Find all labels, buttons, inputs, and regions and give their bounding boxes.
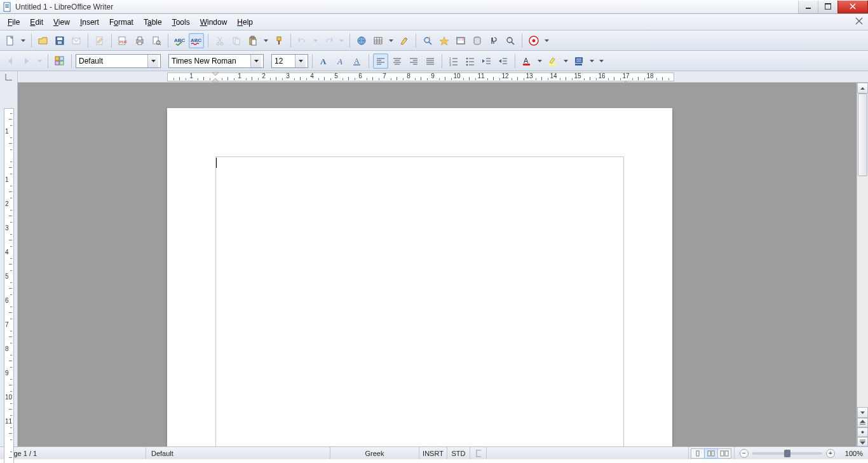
status-insert-mode[interactable]: INSRT: [419, 447, 447, 459]
document-area[interactable]: [18, 83, 857, 446]
export-pdf-button[interactable]: PDF: [116, 33, 131, 48]
styles-window-button[interactable]: [52, 53, 67, 69]
status-page-style[interactable]: Default: [146, 447, 330, 459]
menu-format[interactable]: Format: [104, 16, 139, 29]
highlight-color-dropdown[interactable]: [562, 53, 570, 69]
menu-window[interactable]: Window: [195, 16, 233, 29]
spelling-button[interactable]: ABC: [172, 33, 187, 48]
edit-file-button[interactable]: [92, 33, 107, 48]
print-button[interactable]: [132, 33, 147, 48]
align-center-button[interactable]: [390, 53, 405, 69]
undo-button[interactable]: [295, 33, 310, 48]
open-document-button[interactable]: [36, 33, 51, 48]
status-signature[interactable]: [470, 447, 487, 459]
data-sources-button[interactable]: [470, 33, 485, 48]
nav-forward-button[interactable]: [19, 53, 34, 69]
zoom-in-button[interactable]: +: [826, 449, 835, 458]
menu-insert[interactable]: Insert: [75, 16, 104, 29]
scroll-down-button[interactable]: [857, 407, 868, 418]
redo-button[interactable]: [321, 33, 336, 48]
font-name-dropdown-icon[interactable]: [250, 55, 261, 67]
font-size-input[interactable]: [272, 55, 295, 67]
menu-table[interactable]: Table: [139, 16, 167, 29]
menu-view[interactable]: View: [48, 16, 75, 29]
next-page-button[interactable]: [857, 437, 868, 446]
font-color-dropdown[interactable]: [536, 53, 544, 69]
cut-button[interactable]: [212, 33, 227, 48]
paragraph-background-button[interactable]: [571, 53, 587, 69]
menu-file[interactable]: File: [3, 16, 25, 29]
underline-button[interactable]: A: [349, 53, 365, 69]
ruler-corner[interactable]: [0, 71, 18, 83]
zoom-percent[interactable]: 100%: [840, 447, 868, 459]
email-document-button[interactable]: [69, 33, 84, 48]
align-right-button[interactable]: [406, 53, 421, 69]
view-book-button[interactable]: [717, 448, 731, 459]
font-size-dropdown-icon[interactable]: [295, 55, 306, 67]
auto-spellcheck-button[interactable]: ABC: [189, 33, 204, 48]
navigation-button[interactable]: [857, 427, 868, 437]
bold-button[interactable]: A: [316, 53, 332, 69]
paste-button[interactable]: [245, 33, 261, 48]
help-dropdown[interactable]: [543, 33, 551, 48]
font-name-input[interactable]: [169, 55, 250, 67]
paragraph-style-combo[interactable]: [76, 54, 161, 68]
align-left-button[interactable]: [373, 53, 388, 69]
paragraph-style-input[interactable]: [76, 55, 147, 67]
format-paintbrush-button[interactable]: [271, 33, 287, 48]
scroll-up-button[interactable]: [857, 83, 868, 93]
scroll-thumb[interactable]: [858, 93, 867, 176]
font-name-combo[interactable]: [168, 54, 264, 68]
increase-indent-button[interactable]: [496, 53, 511, 69]
paragraph-style-dropdown-icon[interactable]: [147, 55, 158, 67]
nonprinting-chars-button[interactable]: [486, 33, 501, 48]
decrease-indent-button[interactable]: [479, 53, 494, 69]
status-selection-mode[interactable]: STD: [447, 447, 470, 459]
italic-button[interactable]: A: [333, 53, 348, 69]
paragraph-background-dropdown[interactable]: [588, 53, 596, 69]
view-single-page-button[interactable]: [691, 448, 705, 459]
bulleted-list-button[interactable]: [463, 53, 478, 69]
view-multi-page-button[interactable]: [704, 448, 718, 459]
new-document-button[interactable]: [3, 33, 18, 48]
new-document-dropdown[interactable]: [19, 33, 27, 48]
gallery-button[interactable]: [453, 33, 468, 48]
menu-help[interactable]: Help: [232, 16, 258, 29]
paste-dropdown[interactable]: [262, 33, 270, 48]
close-document-icon[interactable]: [855, 17, 864, 26]
zoom-slider-thumb[interactable]: [784, 450, 790, 457]
menu-tools[interactable]: Tools: [167, 16, 195, 29]
insert-table-button[interactable]: [370, 33, 386, 48]
hyperlink-button[interactable]: [354, 33, 369, 48]
font-size-combo[interactable]: [271, 54, 308, 68]
highlight-color-button[interactable]: [545, 53, 560, 69]
close-button[interactable]: [837, 1, 868, 13]
undo-dropdown[interactable]: [311, 33, 320, 48]
minimize-button[interactable]: [798, 1, 818, 13]
align-justify-button[interactable]: [423, 53, 438, 69]
zoom-out-button[interactable]: −: [740, 449, 749, 458]
document-page[interactable]: [167, 108, 672, 446]
navigator-button[interactable]: [437, 33, 452, 48]
redo-dropdown[interactable]: [337, 33, 346, 48]
status-language[interactable]: Greek: [330, 447, 419, 459]
print-preview-button[interactable]: [149, 33, 164, 48]
numbered-list-button[interactable]: 123: [446, 53, 461, 69]
maximize-button[interactable]: [818, 1, 838, 13]
zoom-slider[interactable]: [752, 452, 822, 455]
vertical-ruler[interactable]: 12345678910111: [0, 83, 18, 446]
toolbar-overflow[interactable]: [597, 53, 606, 69]
show-draw-functions-button[interactable]: [397, 33, 412, 48]
status-page[interactable]: Page 1 / 1: [0, 447, 146, 459]
copy-button[interactable]: [229, 33, 244, 48]
help-button[interactable]: [526, 33, 541, 48]
zoom-button[interactable]: [503, 33, 518, 48]
menu-edit[interactable]: Edit: [25, 16, 48, 29]
font-color-button[interactable]: A: [519, 53, 534, 69]
horizontal-ruler[interactable]: 1123456789101112131415161718: [18, 71, 868, 82]
previous-page-button[interactable]: [857, 418, 868, 427]
nav-dropdown[interactable]: [36, 53, 44, 69]
save-document-button[interactable]: [52, 33, 67, 48]
nav-back-button[interactable]: [3, 53, 18, 69]
vertical-scrollbar[interactable]: [857, 83, 868, 446]
